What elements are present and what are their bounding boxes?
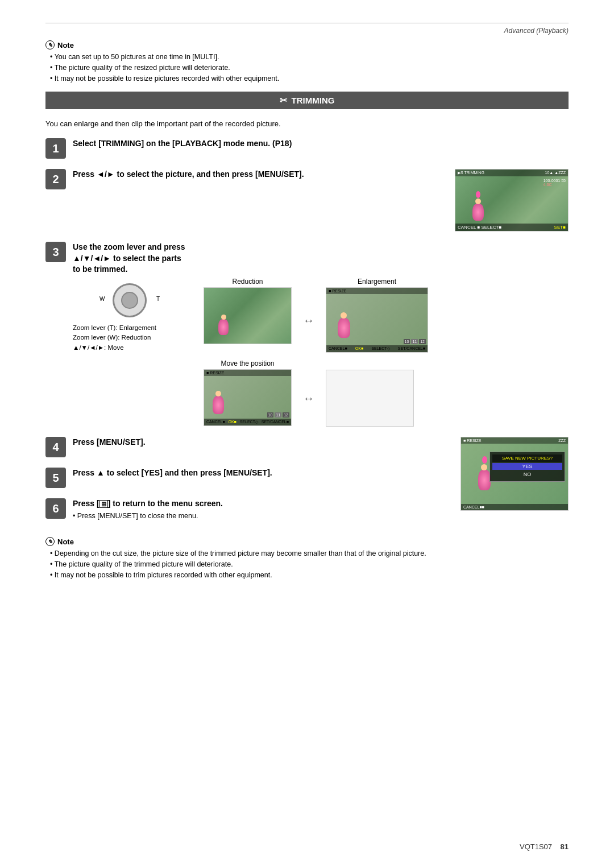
step-4-text: Press [MENU/SET]. — [73, 437, 449, 448]
step-3-img-row2: Move the position ■ RESIZE — [204, 359, 569, 427]
step-3-img-row1: Reduction — [204, 278, 569, 353]
zoom-dial-container: W T — [73, 283, 186, 317]
note2-item-1: Depending on the cut size, the picture s… — [50, 548, 569, 559]
section-trimming-header: ✂ TRIMMING — [45, 92, 569, 109]
move-position-image: ■ RESIZE 10 11 — [204, 369, 292, 426]
page-container: Advanced (Playback) ✎ Note You can set u… — [0, 0, 614, 868]
step-1-content: Select [TRIMMING] on the [PLAYBACK] mode… — [73, 138, 569, 150]
step-5-text: Press ▲ to select [YES] and then press [… — [73, 468, 449, 479]
note2-item-3: It may not be possible to trim pictures … — [50, 570, 569, 581]
zoom-dial-wrapper: W T — [110, 283, 150, 317]
section-title: TRIMMING — [292, 96, 335, 105]
step-3-content: Use the zoom lever and press ▲/▼/◄/► to … — [73, 242, 569, 427]
blank-image — [326, 370, 414, 427]
steps-456-text: 4 Press [MENU/SET]. 5 Press ▲ to select … — [45, 437, 449, 531]
page-number: 81 — [561, 842, 569, 851]
zoom-info-3: ▲/▼/◄/►: Move — [73, 343, 186, 353]
zoom-w-label: W — [99, 296, 105, 302]
breadcrumb: Advanced (Playback) — [45, 23, 569, 35]
note1-item-1: You can set up to 50 pictures at one tim… — [50, 52, 569, 63]
arrow-lr-icon-1: ↔ — [303, 314, 314, 327]
step-6-sub: • Press [MENU/SET] to close the menu. — [73, 511, 449, 522]
yes-button-display: YES — [492, 463, 562, 470]
arrow-between-1: ↔ — [303, 278, 314, 353]
step-6-row: 6 Press [⊞] to return to the menu screen… — [45, 498, 449, 521]
note2-icon: ✎ — [45, 537, 55, 546]
step-4-row: 4 Press [MENU/SET]. — [45, 437, 449, 457]
step-2-row: 2 Press ◄/► to select the picture, and t… — [45, 169, 569, 232]
move-label: Move the position — [204, 359, 292, 367]
step-1-row: 1 Select [TRIMMING] on the [PLAYBACK] mo… — [45, 138, 569, 159]
no-button-display: NO — [492, 471, 562, 478]
step-5-content: Press ▲ to select [YES] and then press [… — [73, 468, 449, 479]
note1-icon: ✎ — [45, 40, 55, 49]
enlargement-col: Enlargement ■ RESIZE — [326, 278, 428, 353]
enlargement-image: ■ RESIZE 10 11 — [326, 287, 428, 353]
step-6-number: 6 — [45, 498, 66, 519]
step-4-content: Press [MENU/SET]. — [73, 437, 449, 448]
zoom-dial-inner — [121, 292, 138, 309]
save-screen-image: ■ RESIZE ZZZ SAVE NEW PICTURES? YES NO — [460, 437, 569, 511]
model-number: VQT1S07 — [520, 842, 552, 851]
note1-item-2: The picture quality of the resized pictu… — [50, 63, 569, 73]
step-6-content: Press [⊞] to return to the menu screen. … — [73, 498, 449, 521]
step-1-number: 1 — [45, 138, 66, 159]
arrow-between-2: ↔ — [303, 359, 314, 427]
step-3-text-line3: to be trimmed. — [73, 264, 569, 275]
note1-item-3: It may not be possible to resize picture… — [50, 73, 569, 84]
step-1-text: Select [TRIMMING] on the [PLAYBACK] mode… — [73, 138, 569, 150]
zoom-dial — [113, 283, 147, 317]
step-6-text: Press [⊞] to return to the menu screen. — [73, 498, 449, 510]
zoom-t-label: T — [156, 296, 160, 302]
step-3-left-col: W T Zoom lever (T): Enlargement Zoom lev… — [73, 278, 186, 427]
note1-title: ✎ Note — [45, 40, 569, 49]
save-new-pictures-text: SAVE NEW PICTURES? — [492, 454, 562, 462]
move-position-col: Move the position ■ RESIZE — [204, 359, 292, 427]
steps-456-container: 4 Press [MENU/SET]. 5 Press ▲ to select … — [45, 437, 569, 531]
note-block-1: ✎ Note You can set up to 50 pictures at … — [45, 40, 569, 84]
page-footer: VQT1S07 81 — [520, 842, 569, 851]
zoom-info-1: Zoom lever (T): Enlargement — [73, 323, 186, 333]
scissors-icon: ✂ — [280, 95, 287, 106]
arrow-lr-icon-2: ↔ — [303, 392, 314, 405]
note2-title: ✎ Note — [45, 537, 569, 546]
enlargement-label: Enlargement — [326, 278, 428, 286]
reduction-col: Reduction — [204, 278, 292, 353]
blank-img-col — [326, 359, 414, 427]
step-3-number: 3 — [45, 242, 66, 262]
zoom-info-2: Zoom lever (W): Reduction — [73, 333, 186, 342]
step-2-text: Press ◄/► to select the picture, and the… — [73, 169, 438, 180]
note1-list: You can set up to 50 pictures at one tim… — [45, 52, 569, 84]
reduction-image — [204, 287, 292, 344]
breadcrumb-text: Advanced (Playback) — [504, 27, 569, 35]
step-3-row: 3 Use the zoom lever and press ▲/▼/◄/► t… — [45, 242, 569, 427]
note-block-2: ✎ Note Depending on the cut size, the pi… — [45, 537, 569, 580]
step-3-text-line2: ▲/▼/◄/► to select the parts — [73, 253, 569, 264]
step-3-text-line1: Use the zoom lever and press — [73, 242, 569, 253]
note2-item-2: The picture quality of the trimmed pictu… — [50, 559, 569, 570]
step-2-content: Press ◄/► to select the picture, and the… — [73, 169, 569, 232]
step-3-right-col: Reduction — [204, 278, 569, 427]
zoom-info: Zoom lever (T): Enlargement Zoom lever (… — [73, 323, 186, 353]
step-5-number: 5 — [45, 468, 66, 488]
step-2-number: 2 — [45, 169, 66, 189]
intro-text: You can enlarge and then clip the import… — [45, 119, 569, 128]
reduction-label: Reduction — [204, 278, 292, 286]
step-5-row: 5 Press ▲ to select [YES] and then press… — [45, 468, 449, 488]
note2-list: Depending on the cut size, the picture s… — [45, 548, 569, 580]
step-3-layout: W T Zoom lever (T): Enlargement Zoom lev… — [73, 278, 569, 427]
step-2-camera-screen: ▶S TRIMMING 10▲ ▲ZZZ 100-0001 554:3C — [455, 169, 569, 232]
step-4-number: 4 — [45, 437, 66, 457]
